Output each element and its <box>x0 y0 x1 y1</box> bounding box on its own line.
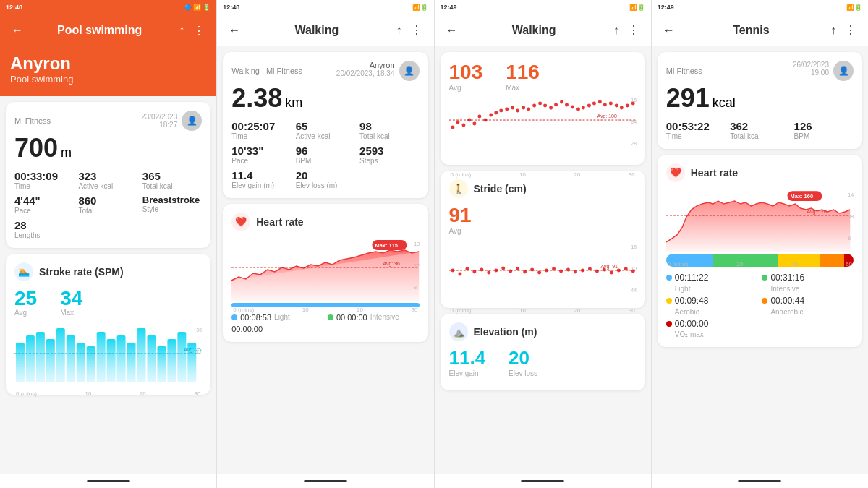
scroll-area-4[interactable]: Mi Fitness 26/02/2023 19:00 👤 291 kcal 0… <box>652 46 868 488</box>
svg-rect-11 <box>127 343 136 382</box>
svg-rect-0 <box>16 343 25 382</box>
svg-text:88: 88 <box>848 214 854 219</box>
w-pace: 10'33" Pace <box>231 145 291 165</box>
svg-rect-10 <box>117 335 126 382</box>
user-name: Anyron <box>10 53 206 74</box>
svg-text:72: 72 <box>414 263 420 268</box>
svg-point-29 <box>451 126 454 129</box>
stride-scatter-chart: Avg: 91 164 104 44 0 (mins)102030 <box>449 238 637 299</box>
more-button-4[interactable]: ⋮ <box>842 23 859 37</box>
main-stats-card: Mi Fitness 23/02/2023 18:27 👤 700 m 00:3… <box>6 102 210 248</box>
svg-text:44: 44 <box>631 288 637 293</box>
svg-point-41 <box>516 109 519 113</box>
time-1: 12:48 <box>6 4 22 11</box>
home-indicator-2 <box>304 480 347 482</box>
scroll-area-2[interactable]: Walking | Mi Fitness Anyron 20/02/2023, … <box>217 46 433 488</box>
svg-rect-16 <box>177 332 186 382</box>
zones-2b: 00:00:00 <box>231 325 419 333</box>
svg-point-34 <box>477 115 481 119</box>
svg-point-83 <box>559 270 563 273</box>
svg-point-31 <box>461 124 465 127</box>
svg-point-51 <box>571 106 574 109</box>
svg-text:136: 136 <box>414 241 420 247</box>
scroll-area-3[interactable]: 103 Avg 116 Max <box>435 46 651 488</box>
share-button-1[interactable]: ↑ <box>173 24 190 37</box>
avg-label-3: Avg <box>449 84 483 92</box>
svg-text:35: 35 <box>196 328 202 333</box>
zone-anaerobic-4: 00:00:44 <box>762 296 854 306</box>
page-title-3: Walking <box>461 24 608 37</box>
svg-rect-15 <box>167 339 176 382</box>
tennis-big: 291 <box>666 84 710 113</box>
hr-chart-4: Avg: 126 Max: 160 148 88 8 0 (mins)20406… <box>666 188 854 249</box>
x-axis-3: 0 (mins)102030 <box>449 171 637 178</box>
metric-unit: m <box>61 145 72 160</box>
svg-rect-9 <box>107 339 116 382</box>
zone-intensive-2: 00:00:00 Intensive <box>328 313 420 322</box>
share-button-3[interactable]: ↑ <box>608 24 625 37</box>
walking-date: 20/02/2023, 18:34 <box>336 69 395 77</box>
big-metric: 700 <box>14 134 58 163</box>
elev-icon: ⛰️ <box>449 322 468 341</box>
elev-loss: 20 <box>509 347 537 369</box>
zones-4b: 00:09:48 00:00:44 <box>666 296 854 306</box>
icons-2: 📶🔋 <box>412 4 428 11</box>
svg-text:8: 8 <box>848 236 851 241</box>
back-button-2[interactable]: ← <box>226 24 243 37</box>
stride-card: 🚶 Stride (cm) 91 Avg <box>441 171 645 308</box>
stride-avg-label: Avg <box>449 227 637 235</box>
walking-source: Walking | Mi Fitness <box>231 67 302 75</box>
elev-title: ⛰️ Elevation (m) <box>449 322 637 341</box>
back-button-1[interactable]: ← <box>9 24 26 37</box>
heart-icon-2: ❤️ <box>231 213 250 231</box>
stat-lengths: 28 Lengths <box>14 219 202 239</box>
svg-point-55 <box>592 102 595 106</box>
svg-point-45 <box>538 102 542 106</box>
vo2-label: VO₂ max <box>666 330 854 338</box>
more-button-2[interactable]: ⋮ <box>408 23 425 37</box>
svg-text:160: 160 <box>631 98 637 103</box>
share-button-4[interactable]: ↑ <box>825 24 842 37</box>
hr-chart-2: Avg: 96 Max: 115 136 72 8 0 (mins)102030 <box>231 237 419 299</box>
status-bar-1: 12:48 🔷 📶 🔋 <box>0 0 216 14</box>
status-bar-3: 12:49 📶🔋 <box>435 0 651 14</box>
top-metrics-card-3: 103 Avg 116 Max <box>441 52 645 165</box>
light-label: Light <box>666 285 758 293</box>
x-axis-stroke: 0 (mins)102030 <box>14 390 202 397</box>
svg-text:Avg: 91: Avg: 91 <box>600 264 618 270</box>
loss-label: Elev loss <box>509 369 537 377</box>
svg-point-49 <box>560 100 563 104</box>
share-button-2[interactable]: ↑ <box>391 24 408 37</box>
icons-3: 📶🔋 <box>629 4 645 11</box>
aerobic-label: Aerobic <box>666 308 758 316</box>
heart-rate-card-4: ❤️ Heart rate Avg: 126 <box>658 155 862 347</box>
svg-point-43 <box>527 108 530 111</box>
more-button-1[interactable]: ⋮ <box>190 24 208 38</box>
svg-point-69 <box>458 272 461 275</box>
scroll-area-1[interactable]: Mi Fitness 23/02/2023 18:27 👤 700 m 00:3… <box>0 96 216 488</box>
back-button-4[interactable]: ← <box>660 24 678 37</box>
zone-extra-2: 00:00:00 <box>231 325 323 333</box>
x-axis-hr4: 0 (mins)204060 <box>666 261 854 267</box>
heart-icon-4: ❤️ <box>666 163 685 182</box>
svg-point-73 <box>487 270 490 274</box>
zone-aerobic-4: 00:09:48 <box>666 296 758 306</box>
back-button-3[interactable]: ← <box>443 24 461 37</box>
more-button-3[interactable]: ⋮ <box>625 23 642 37</box>
panel-walking-2: 12:49 📶🔋 ← Walking ↑ ⋮ 103 Avg 116 Max <box>434 0 651 488</box>
avatar-2: 👤 <box>399 61 420 81</box>
walking-big: 2.38 <box>231 84 282 113</box>
walking-user: Anyron <box>336 61 395 69</box>
svg-point-80 <box>537 270 541 274</box>
tennis-unit: kcal <box>712 95 736 111</box>
status-bar-2: 12:48 📶🔋 <box>217 0 433 14</box>
svg-point-60 <box>619 106 623 110</box>
svg-rect-7 <box>87 346 95 382</box>
tennis-stats: 00:53:22 Time 362 Total kcal 126 BPM <box>666 120 854 140</box>
stats-grid: 00:33:09 Time 323 Active kcal 365 Total … <box>14 170 202 215</box>
svg-point-39 <box>505 108 509 111</box>
card-source: Mi Fitness <box>14 116 51 125</box>
t-bpm: 126 BPM <box>794 120 854 140</box>
svg-rect-4 <box>56 328 65 382</box>
heart-section-4: ❤️ Heart rate <box>666 163 854 182</box>
